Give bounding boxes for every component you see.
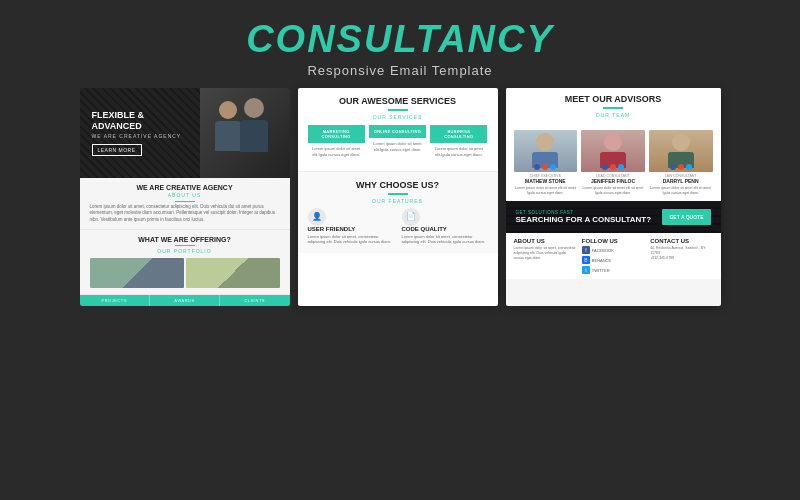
portfolio-images	[90, 258, 280, 288]
twitter-icon	[550, 164, 556, 170]
team-1-name: MATHEW STONE	[514, 178, 578, 184]
stat-projects-label: PROJECTS	[82, 298, 147, 303]
advisors-subtitle: OUR TEAM	[516, 112, 711, 118]
twitter-icon-2	[618, 164, 624, 170]
footer-contact-title: CONTACT US	[650, 238, 712, 244]
footer-row: ABOUT US Lorem ipsum dolor sit amet, con…	[506, 233, 721, 279]
right-preview: MEET OUR ADVISORS OUR TEAM	[506, 88, 721, 306]
services-divider	[388, 109, 408, 111]
team-2-social	[581, 162, 645, 172]
consultant-banner: GET SOLUTIONS FAST SEARCHING FOR A CONSU…	[506, 201, 721, 233]
left-hero: FLEXIBLE & ADVANCED WE ARE CREATIVE AGEN…	[80, 88, 290, 178]
team-photo-2	[581, 130, 645, 172]
service-marketing-text: Lorem ipsum dolor sit amet elit.Igula cu…	[308, 146, 365, 157]
footer-about-text: Lorem ipsum dolor sit amet, consectetur …	[514, 246, 576, 261]
stat-projects: PROJECTS	[80, 295, 150, 306]
advisors-title: MEET OUR ADVISORS	[516, 94, 711, 104]
portfolio-title: WHAT WE ARE OFFERING?	[90, 236, 280, 243]
team-1-text: Lorem ipsum dolor sit amet elit sit amet…	[514, 186, 578, 195]
feature-code-quality: 📄 CODE QUALITY Lorem ipsum dolor sit ame…	[402, 208, 488, 245]
team-member-3: Law Consultant DARRYL PENN Lorem ipsum d…	[649, 130, 713, 195]
portfolio-image-2	[186, 258, 280, 288]
hero-learn-more-btn[interactable]: LEARN MORE	[92, 144, 142, 156]
hero-people	[200, 88, 290, 178]
services-title: OUR AWESOME SERVICES	[308, 96, 488, 106]
google-icon-3	[678, 164, 684, 170]
advisors-divider	[603, 107, 623, 109]
team-1-social	[514, 162, 578, 172]
feature-code-text: Lorem ipsum dolor sit amet, consectetur …	[402, 234, 488, 245]
social-twitter[interactable]: t TWITTER	[582, 266, 644, 274]
advisors-header: MEET OUR ADVISORS OUR TEAM	[506, 88, 721, 124]
hero-tagline: FLEXIBLE & ADVANCED	[92, 110, 192, 132]
feature-code-title: CODE QUALITY	[402, 226, 488, 232]
team-3-social	[649, 162, 713, 172]
feature-user-title: USER FRIENDLY	[308, 226, 394, 232]
service-online-text: Lorem ipsum dolor sit amet elit.Igula cu…	[369, 141, 426, 152]
team-photo-1	[514, 130, 578, 172]
left-about-section: WE ARE CREATIVE AGENCY ABOUT US Lorem ip…	[80, 178, 290, 230]
social-links: f FACEBOOK B BEHANCE t TWITTER	[582, 246, 644, 274]
middle-preview: OUR AWESOME SERVICES OUR SERVICES MARKET…	[298, 88, 498, 306]
why-section: WHY CHOOSE US? OUR FEATURES 👤 USER FRIEN…	[298, 172, 498, 253]
code-quality-icon: 📄	[402, 208, 420, 226]
google-icon	[542, 164, 548, 170]
get-quote-btn[interactable]: GET A QUOTE	[662, 209, 710, 225]
user-friendly-icon: 👤	[308, 208, 326, 226]
about-divider	[175, 201, 195, 202]
hero-agency-text: WE ARE CREATIVE AGENCY	[92, 133, 182, 139]
twitter-icon-3	[686, 164, 692, 170]
behance-icon: B	[582, 256, 590, 264]
google-icon-2	[610, 164, 616, 170]
twitter-label: TWITTER	[592, 268, 610, 273]
portfolio-subtitle: OUR PORTFOLIO	[90, 248, 280, 254]
main-title: Consultancy	[0, 18, 800, 61]
service-business-text: Lorem ipsum dolor sit amet elit.Igula cu…	[430, 146, 487, 157]
stat-clients-label: CLIENTS	[222, 298, 287, 303]
service-online: ONLINE CONSULTING Lorem ipsum dolor sit …	[369, 125, 426, 158]
footer-about-title: ABOUT US	[514, 238, 576, 244]
services-section: OUR AWESOME SERVICES OUR SERVICES MARKET…	[298, 88, 498, 172]
team-member-2: Lead Consultant JENIFFER FINLOC Lorem ip…	[581, 130, 645, 195]
facebook-icon: f	[582, 246, 590, 254]
team-2-text: Lorem ipsum dolor sit amet elit sit amet…	[581, 186, 645, 195]
social-behance[interactable]: B BEHANCE	[582, 256, 644, 264]
why-divider	[388, 193, 408, 195]
service-marketing-btn[interactable]: MARKETING CONSULTING	[308, 125, 365, 143]
services-grid: MARKETING CONSULTING Lorem ipsum dolor s…	[308, 125, 488, 158]
header-section: Consultancy Responsive Email Template	[0, 0, 800, 88]
footer-contact-phone: +012-345-6789	[650, 256, 712, 261]
main-subtitle: Responsive Email Template	[0, 63, 800, 78]
left-preview: FLEXIBLE & ADVANCED WE ARE CREATIVE AGEN…	[80, 88, 290, 306]
footer-contact: CONTACT US 44, Redcross Avenue, Seaford …	[650, 238, 712, 274]
service-business-btn[interactable]: BUSINESS CONSULTING	[430, 125, 487, 143]
left-portfolio-section: WHAT WE ARE OFFERING? OUR PORTFOLIO	[80, 230, 290, 295]
footer-follow-title: FOLLOW US	[582, 238, 644, 244]
consultant-text-area: GET SOLUTIONS FAST SEARCHING FOR A CONSU…	[516, 210, 652, 224]
team-3-name: DARRYL PENN	[649, 178, 713, 184]
left-about-text: Lorem ipsum dolor sit amet, consectetur …	[90, 204, 280, 223]
features-grid: 👤 USER FRIENDLY Lorem ipsum dolor sit am…	[308, 208, 488, 245]
previews-row: FLEXIBLE & ADVANCED WE ARE CREATIVE AGEN…	[0, 88, 800, 306]
stat-awards: AWARDS	[150, 295, 220, 306]
team-3-text: Lorem ipsum dolor sit amet elit sit amet…	[649, 186, 713, 195]
service-marketing: MARKETING CONSULTING Lorem ipsum dolor s…	[308, 125, 365, 158]
footer-contact-address: 44, Redcross Avenue, Seaford - NY 11783	[650, 246, 712, 256]
social-facebook[interactable]: f FACEBOOK	[582, 246, 644, 254]
team-2-name: JENIFFER FINLOC	[581, 178, 645, 184]
portfolio-divider	[175, 245, 195, 246]
stat-clients: CLIENTS	[220, 295, 289, 306]
consultant-big-text: SEARCHING FOR A CONSULTANT?	[516, 215, 652, 224]
left-about-title: WE ARE CREATIVE AGENCY	[90, 184, 280, 191]
facebook-label: FACEBOOK	[592, 248, 614, 253]
left-about-subtitle: ABOUT US	[90, 192, 280, 198]
stats-bar: PROJECTS AWARDS CLIENTS	[80, 295, 290, 306]
footer-follow: FOLLOW US f FACEBOOK B BEHANCE t TWITTER	[582, 238, 644, 274]
why-subtitle: OUR FEATURES	[308, 198, 488, 204]
fb-icon-2	[602, 164, 608, 170]
service-online-btn[interactable]: ONLINE CONSULTING	[369, 125, 426, 138]
fb-icon	[534, 164, 540, 170]
feature-user-friendly: 👤 USER FRIENDLY Lorem ipsum dolor sit am…	[308, 208, 394, 245]
twitter-icon-footer: t	[582, 266, 590, 274]
portfolio-image-1	[90, 258, 184, 288]
